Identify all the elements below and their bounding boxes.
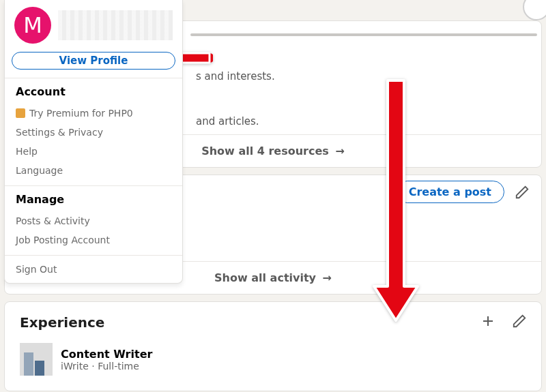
add-icon[interactable] [480, 313, 496, 329]
help-label: Help [16, 146, 38, 157]
view-profile-button[interactable]: View Profile [12, 52, 175, 70]
language-item[interactable]: Language [16, 161, 171, 180]
create-post-label: Create a post [409, 185, 491, 198]
redacted-bar [190, 33, 537, 36]
experience-title: Content Writer [61, 348, 152, 361]
experience-item[interactable]: Content Writer iWrite · Full-time [20, 343, 526, 376]
activity-actions: Create a post [396, 181, 530, 203]
help-item[interactable]: Help [16, 142, 171, 161]
edit-icon[interactable] [511, 313, 528, 329]
try-premium-label: Try Premium for PHP0 [29, 108, 133, 119]
manage-section: Manage Posts & Activity Job Posting Acco… [5, 185, 182, 255]
sign-out-item[interactable]: Sign Out [5, 255, 182, 283]
language-label: Language [16, 165, 63, 176]
avatar[interactable]: M [14, 7, 51, 44]
job-posting-label: Job Posting Account [16, 235, 110, 245]
company-logo [20, 343, 53, 376]
create-post-button[interactable]: Create a post [396, 181, 504, 203]
job-posting-item[interactable]: Job Posting Account [16, 230, 171, 250]
view-profile-label: View Profile [59, 55, 128, 67]
experience-actions [480, 313, 528, 329]
edit-icon[interactable] [514, 184, 530, 200]
settings-privacy-item[interactable]: Settings & Privacy [16, 123, 171, 142]
show-all-activity-label: Show all activity [214, 271, 316, 284]
arrow-right-icon: → [323, 271, 332, 284]
manage-heading: Manage [16, 193, 171, 206]
posts-activity-item[interactable]: Posts & Activity [16, 211, 171, 230]
posts-activity-label: Posts & Activity [16, 215, 90, 226]
account-section: Account Try Premium for PHP0 Settings & … [5, 78, 182, 185]
experience-heading: Experience [20, 314, 526, 331]
experience-card: Experience Content Writer iWrite · Full-… [4, 301, 542, 391]
premium-badge-icon [16, 108, 25, 118]
avatar-initial: M [23, 12, 42, 38]
sign-out-label: Sign Out [16, 264, 57, 275]
show-all-resources-label: Show all 4 resources [201, 145, 329, 157]
arrow-right-icon: → [335, 145, 344, 157]
redacted-name [58, 10, 173, 40]
settings-privacy-label: Settings & Privacy [16, 127, 103, 138]
account-heading: Account [16, 85, 171, 98]
experience-text: Content Writer iWrite · Full-time [61, 348, 152, 372]
corner-circle [523, 0, 546, 20]
experience-subtitle: iWrite · Full-time [61, 361, 152, 372]
me-dropdown: M View Profile Account Try Premium for P… [4, 0, 183, 284]
dropdown-header: M [5, 0, 182, 46]
try-premium-item[interactable]: Try Premium for PHP0 [16, 104, 171, 123]
